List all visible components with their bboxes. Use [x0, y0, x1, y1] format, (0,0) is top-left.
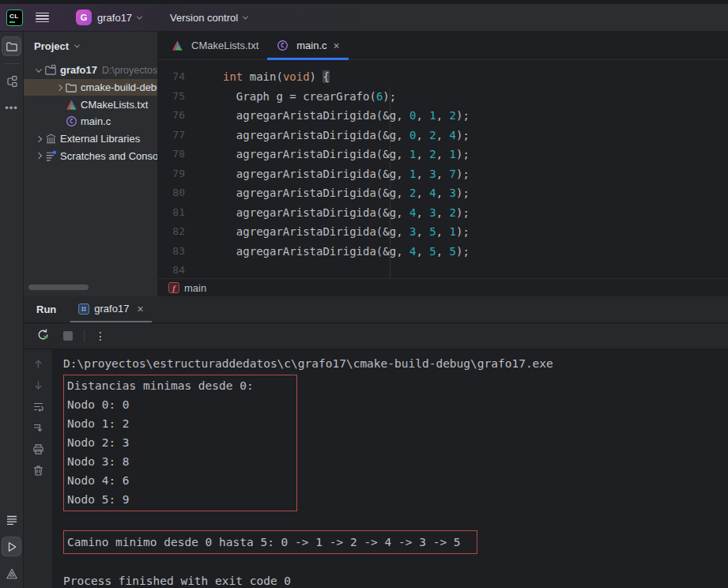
tree-item-path-hint: D:\proyectos: [102, 65, 157, 76]
line-number[interactable]: 84: [158, 261, 185, 278]
code-line-79[interactable]: 79 agregarAristaDirigida(&g, 1, 3, 7);: [158, 164, 728, 184]
project-switcher[interactable]: G grafo17: [62, 6, 143, 28]
console-output[interactable]: D:\proyectos\estructuraddedatos\c\grafo1…: [52, 349, 728, 588]
project-panel-header[interactable]: Project: [24, 32, 157, 60]
code-text: agregarAristaDirigida(&g, 4, 5, 5);: [185, 242, 470, 262]
soft-wrap-button[interactable]: [30, 398, 46, 414]
tree-item-grafo17[interactable]: grafo17D:\proyectos: [24, 62, 157, 79]
vcs-widget[interactable]: Version control: [168, 9, 249, 27]
code-line-76[interactable]: 76 agregarAristaDirigida(&g, 0, 1, 2);: [158, 106, 728, 126]
chevron-down-icon[interactable]: [33, 68, 44, 73]
console-line: Nodo 2: 3: [67, 433, 292, 452]
tool-window-stripe: •••: [0, 32, 24, 588]
print-button[interactable]: [30, 441, 46, 457]
tree-item-main-c[interactable]: Cmain.c: [24, 113, 157, 130]
code-line-75[interactable]: 75 Graph g = crearGrafo(6);: [158, 87, 728, 107]
breadcrumb: f main: [158, 278, 728, 296]
line-number[interactable]: 77: [158, 126, 185, 145]
tree-item-label: External Libraries: [60, 133, 140, 145]
toolbar-divider: [84, 330, 85, 342]
clear-all-button[interactable]: [30, 462, 46, 478]
run-tool-button[interactable]: [2, 537, 21, 556]
more-tool-windows-button[interactable]: •••: [2, 98, 21, 118]
code-line-80[interactable]: 80 agregarAristaDirigida(&g, 2, 4, 3);: [158, 183, 728, 203]
run-panel-title: Run: [24, 296, 70, 322]
code-text: agregarAristaDirigida(&g, 3, 5, 1);: [185, 222, 470, 242]
cmake-tool-button[interactable]: [2, 564, 21, 583]
folder-icon: [6, 40, 18, 53]
close-tab-icon[interactable]: ×: [334, 40, 340, 52]
code-line-82[interactable]: 82 agregarAristaDirigida(&g, 3, 5, 1);: [158, 222, 728, 242]
run-tab-label: grafo17: [94, 303, 129, 315]
rerun-button[interactable]: [33, 326, 52, 345]
console-line: Nodo 1: 2: [67, 414, 292, 433]
chevron-right-icon[interactable]: [33, 137, 44, 141]
line-number[interactable]: 75: [158, 87, 185, 107]
line-number[interactable]: 83: [158, 242, 185, 262]
svg-text:C: C: [70, 119, 74, 126]
code-editor[interactable]: 74int main(void) {75 Graph g = crearGraf…: [158, 60, 728, 278]
line-number[interactable]: 79: [158, 164, 185, 184]
tree-item-external-libraries[interactable]: External Libraries: [24, 130, 157, 148]
arrow-up-icon: [32, 358, 44, 370]
console-line: Distancias minimas desde 0:: [67, 376, 292, 395]
horizontal-lines-icon: [6, 514, 18, 526]
notifications-tool-button[interactable]: [2, 510, 21, 530]
line-number[interactable]: 81: [158, 203, 185, 223]
tab-label: CMakeLists.txt: [191, 40, 258, 51]
clion-window: CL G grafo17 Version control: [0, 0, 728, 588]
cmake-icon: [65, 98, 77, 111]
editor-area: CMakeLists.txtCmain.c× 74int main(void) …: [158, 32, 728, 296]
code-line-83[interactable]: 83 agregarAristaDirigida(&g, 4, 5, 5);: [158, 242, 728, 262]
code-text: agregarAristaDirigida(&g, 4, 3, 2);: [185, 203, 470, 223]
tree-item-scratches-and-conso[interactable]: Scratches and Conso: [24, 147, 157, 164]
code-text: agregarAristaDirigida(&g, 0, 2, 4);: [185, 126, 470, 145]
code-line-78[interactable]: 78 agregarAristaDirigida(&g, 1, 2, 1);: [158, 145, 728, 164]
chevron-right-icon[interactable]: [33, 153, 44, 158]
horizontal-scrollbar[interactable]: [28, 285, 89, 290]
scroll-to-end-button[interactable]: [30, 420, 46, 435]
console-line: Nodo 0: 0: [67, 395, 292, 414]
tab-main-c[interactable]: Cmain.c×: [267, 32, 348, 59]
chevron-down-icon: [74, 42, 80, 47]
breadcrumb-item-main[interactable]: main: [184, 282, 206, 294]
annotation-box-distances: Distancias minimas desde 0:Nodo 0: 0Nodo…: [63, 375, 297, 511]
function-icon: f: [168, 282, 179, 293]
project-tool-button[interactable]: [2, 36, 21, 56]
run-options-button[interactable]: ⋮: [91, 326, 110, 345]
soft-wrap-icon: [32, 401, 44, 413]
line-number[interactable]: 76: [158, 106, 185, 126]
chevron-down-icon: [137, 13, 142, 19]
stop-icon: [63, 331, 73, 341]
run-tab-grafo17[interactable]: grafo17 ×: [70, 296, 151, 322]
structure-tool-button[interactable]: [2, 71, 21, 91]
line-number[interactable]: 82: [158, 222, 185, 242]
clion-logo-icon[interactable]: CL: [6, 9, 23, 26]
tab-cmakelists-txt[interactable]: CMakeLists.txt: [162, 32, 267, 59]
code-text: agregarAristaDirigida(&g, 0, 1, 2);: [185, 106, 470, 126]
stop-button[interactable]: [58, 326, 77, 345]
tree-item-cmake-build-debu[interactable]: cmake-build-debu: [24, 79, 157, 96]
vcs-widget-label: Version control: [170, 12, 238, 24]
line-number[interactable]: 80: [158, 183, 185, 203]
close-icon[interactable]: ×: [137, 303, 143, 315]
main-menu-icon[interactable]: [36, 13, 49, 23]
chevron-right-icon[interactable]: [54, 85, 65, 90]
code-line-84[interactable]: 84: [158, 261, 728, 278]
tree-item-label: Scratches and Conso: [60, 150, 157, 162]
prev-occurrence-button[interactable]: [30, 356, 46, 371]
run-tool-window: Run grafo17 ×: [24, 296, 728, 588]
line-number[interactable]: 74: [158, 67, 185, 87]
code-line-77[interactable]: 77 agregarAristaDirigida(&g, 0, 2, 4);: [158, 126, 728, 145]
code-line-74[interactable]: 74int main(void) {: [158, 67, 728, 87]
c-file-icon: C: [276, 40, 289, 52]
project-avatar: G: [76, 9, 92, 25]
tree-item-cmakelists-txt[interactable]: CMakeLists.txt: [24, 96, 157, 113]
code-text: agregarAristaDirigida(&g, 1, 2, 1);: [185, 145, 470, 164]
libraries-icon: [44, 133, 57, 145]
code-line-81[interactable]: 81 agregarAristaDirigida(&g, 4, 3, 2);: [158, 203, 728, 223]
next-occurrence-button[interactable]: [30, 377, 46, 393]
run-toolbar: ⋮: [24, 323, 728, 349]
svg-text:C: C: [281, 42, 285, 49]
line-number[interactable]: 78: [158, 145, 185, 164]
